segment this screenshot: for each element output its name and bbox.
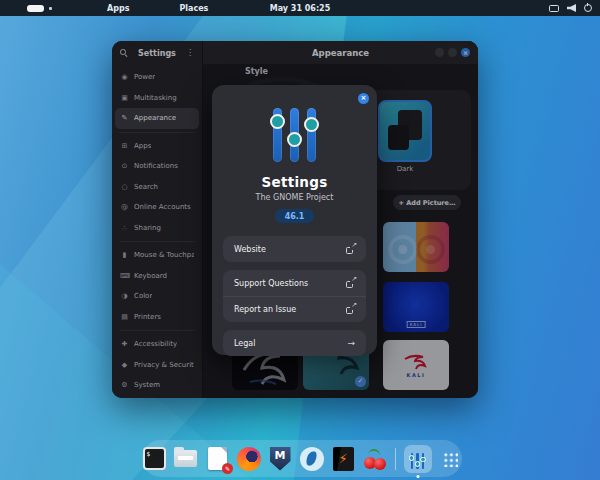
website-label: Website [234, 245, 346, 254]
divider [119, 241, 195, 242]
sidebar-item-search[interactable]: ○ Search [115, 177, 199, 198]
external-link-icon: ↗ [346, 305, 355, 314]
distro-menu-icon[interactable] [27, 5, 44, 12]
support-questions-row[interactable]: Support Questions ↗ [223, 270, 366, 296]
power-icon[interactable] [584, 4, 592, 12]
dock-cherrytree-icon[interactable] [362, 446, 388, 472]
apps-menu[interactable]: Apps [107, 4, 129, 13]
sidebar-item-label: Sharing [134, 224, 161, 232]
about-settings-dialog: × Settings The GNOME Project 46.1 Websit… [212, 85, 377, 355]
sidebar-item-accessibility[interactable]: ✚ Accessibility [115, 334, 199, 355]
sidebar-item-label: Online Accounts [134, 203, 191, 211]
forward-arrow-icon: → [347, 338, 355, 348]
sidebar-item-system[interactable]: ⚙ System [115, 375, 199, 396]
sidebar-item-label: Keyboard [134, 272, 167, 280]
sidebar-item-online-accounts[interactable]: @ Online Accounts [115, 197, 199, 218]
keyboard-icon: ⌨ [120, 272, 129, 280]
settings-app-icon [266, 105, 324, 165]
sidebar-item-appearance[interactable]: ✎ Appearance [115, 108, 199, 129]
support-card: Support Questions ↗ Report an Issue ↗ [223, 270, 366, 322]
top-panel: Apps Places May 31 06:25 [0, 0, 600, 16]
close-button[interactable]: × [461, 48, 470, 57]
sidebar-item-label: System [134, 381, 160, 389]
online-accounts-icon: @ [120, 203, 129, 211]
divider [119, 132, 195, 133]
legal-label: Legal [234, 339, 347, 348]
dock-settings-icon-active[interactable] [404, 445, 432, 473]
sharing-icon: ∴ [120, 224, 129, 232]
notifications-icon: ⊙ [120, 162, 129, 170]
sidebar-item-keyboard[interactable]: ⌨ Keyboard [115, 266, 199, 287]
divider [119, 330, 195, 331]
caret-icon [49, 7, 52, 10]
apps-icon: ⊞ [120, 142, 129, 150]
style-option-dark[interactable] [378, 100, 432, 162]
website-row[interactable]: Website ↗ [223, 236, 366, 262]
sidebar: Settings ⋮ ◉ Power ▣ Multitasking ✎ Appe… [112, 41, 203, 398]
sidebar-item-apps[interactable]: ⊞ Apps [115, 136, 199, 157]
sidebar-nav: ◉ Power ▣ Multitasking ✎ Appearance ⊞ Ap… [112, 65, 202, 398]
legal-row[interactable]: Legal → [223, 330, 366, 356]
dock-metasploit-icon[interactable]: M [267, 446, 293, 472]
support-questions-label: Support Questions [234, 279, 346, 288]
sidebar-item-power[interactable]: ◉ Power [115, 67, 199, 88]
app-name: Settings [212, 174, 377, 190]
places-menu[interactable]: Places [179, 4, 208, 13]
sidebar-item-printers[interactable]: ▤ Printers [115, 307, 199, 328]
sidebar-item-label: Privacy & Security [134, 361, 194, 369]
dialog-close-button[interactable]: × [358, 93, 369, 104]
dock-firefox-icon[interactable] [236, 446, 262, 472]
sidebar-item-label: Color [134, 292, 152, 300]
sidebar-item-label: Mouse & Touchpad [134, 251, 194, 259]
sidebar-item-label: Power [134, 73, 155, 81]
legal-card: Legal → [223, 330, 366, 356]
sidebar-item-notifications[interactable]: ⊙ Notifications [115, 156, 199, 177]
dock-files-icon[interactable] [173, 446, 199, 472]
gear-icon: ⚙ [120, 381, 129, 389]
dock-app-grid-icon[interactable] [437, 446, 463, 472]
dock-burpsuite-icon[interactable]: ⚡ [330, 446, 356, 472]
wallpaper-thumbnail-light-logo[interactable]: KALI [383, 340, 449, 390]
running-indicator [416, 475, 419, 478]
page-title: Appearance [312, 48, 369, 58]
external-link-icon: ↗ [346, 279, 355, 288]
display-icon[interactable] [549, 5, 559, 12]
shield-icon: ◆ [120, 361, 129, 369]
power-settings-icon: ◉ [120, 73, 129, 81]
window-title: Settings [128, 49, 186, 58]
accessibility-icon: ✚ [120, 340, 129, 348]
sidebar-item-privacy-security[interactable]: ◆ Privacy & Security [115, 355, 199, 376]
dialog-links: Website ↗ Support Questions ↗ Report an … [212, 236, 377, 356]
desktop: Apps Places May 31 06:25 Settings ⋮ ◉ Po… [0, 0, 600, 480]
printer-icon: ▤ [120, 313, 129, 321]
maximize-button[interactable] [448, 48, 457, 57]
sidebar-item-color[interactable]: ◑ Color [115, 286, 199, 307]
sidebar-item-mouse-touchpad[interactable]: ▮ Mouse & Touchpad [115, 245, 199, 266]
add-picture-button[interactable]: + Add Picture… [393, 195, 461, 210]
sidebar-item-label: Accessibility [134, 340, 177, 348]
clock[interactable]: May 31 06:25 [270, 4, 331, 13]
wallpaper-thumbnail-blue-pattern[interactable]: KALI [383, 282, 449, 332]
version-badge[interactable]: 46.1 [275, 209, 315, 223]
sidebar-item-label: Search [134, 183, 158, 191]
sidebar-item-multitasking[interactable]: ▣ Multitasking [115, 88, 199, 109]
headerbar: Appearance × [203, 41, 478, 64]
appearance-icon: ✎ [120, 114, 129, 122]
minimize-button[interactable] [435, 48, 444, 57]
menu-kebab-icon[interactable]: ⋮ [186, 49, 194, 57]
kali-dragon-logo [403, 353, 429, 371]
dock: $ ✎ M ⚡ [142, 440, 462, 477]
multitasking-icon: ▣ [120, 94, 129, 102]
volume-icon[interactable] [567, 4, 576, 12]
report-issue-row[interactable]: Report an Issue ↗ [223, 296, 366, 322]
color-icon: ◑ [120, 292, 129, 300]
sidebar-item-label: Appearance [134, 114, 176, 122]
dock-text-editor-icon[interactable]: ✎ [204, 446, 230, 472]
sidebar-item-label: Printers [134, 313, 161, 321]
website-card: Website ↗ [223, 236, 366, 262]
search-icon[interactable] [120, 49, 128, 57]
sidebar-item-sharing[interactable]: ∴ Sharing [115, 218, 199, 239]
dock-terminal-icon[interactable]: $ [141, 446, 167, 472]
wallpaper-thumbnail-swirl[interactable] [383, 222, 449, 272]
dock-wireshark-icon[interactable] [299, 446, 325, 472]
